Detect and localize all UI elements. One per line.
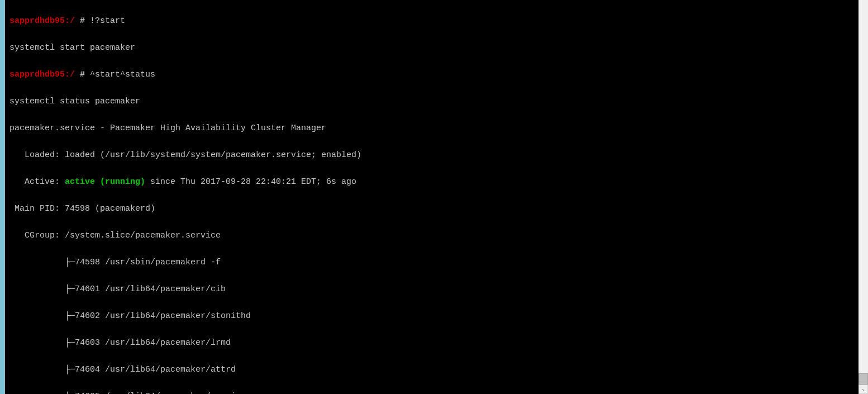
active-line: Active: active (running) since Thu 2017-… xyxy=(9,175,854,189)
proc-line: ├─74602 /usr/lib64/pacemaker/stonithd xyxy=(9,310,854,323)
prompt-line-1: sapprdhdb95:/ # !?start xyxy=(9,15,854,28)
proc-line: ├─74605 /usr/lib64/pacemaker/pengine xyxy=(9,390,854,394)
prompt-line-2: sapprdhdb95:/ # ^start^status xyxy=(9,68,854,82)
command-2: ^start^status xyxy=(90,70,155,79)
cgroup-line: CGroup: /system.slice/pacemaker.service xyxy=(9,229,854,243)
prompt-host: sapprdhdb95 xyxy=(9,16,65,26)
prompt-symbol: # xyxy=(75,16,90,26)
output-1: systemctl start pacemaker xyxy=(9,41,854,55)
proc-line: ├─74598 /usr/sbin/pacemakerd -f xyxy=(9,256,854,269)
proc-line: ├─74603 /usr/lib64/pacemaker/lrmd xyxy=(9,336,854,350)
prompt-host: sapprdhdb95 xyxy=(9,70,65,79)
scrollbar-down-button[interactable]: ⌄ xyxy=(859,384,868,394)
prompt-path: :/ xyxy=(65,70,75,79)
scrollbar-track[interactable] xyxy=(859,0,868,373)
active-prefix: Active: xyxy=(9,177,65,187)
prompt-path: :/ xyxy=(65,16,75,26)
proc-line: ├─74601 /usr/lib64/pacemaker/cib xyxy=(9,283,854,296)
main-pid-line: Main PID: 74598 (pacemakerd) xyxy=(9,202,854,216)
service-line: pacemaker.service - Pacemaker High Avail… xyxy=(9,122,854,135)
prompt-symbol: # xyxy=(75,70,90,79)
terminal-window: sapprdhdb95:/ # !?start systemctl start … xyxy=(5,0,868,394)
loaded-line: Loaded: loaded (/usr/lib/systemd/system/… xyxy=(9,149,854,162)
terminal-content[interactable]: sapprdhdb95:/ # !?start systemctl start … xyxy=(5,0,859,394)
scrollbar-thumb[interactable] xyxy=(859,373,868,384)
proc-line: ├─74604 /usr/lib64/pacemaker/attrd xyxy=(9,363,854,377)
active-status: active (running) xyxy=(65,177,145,187)
scrollbar[interactable]: ⌄ xyxy=(859,0,868,394)
active-suffix: since Thu 2017-09-28 22:40:21 EDT; 6s ag… xyxy=(145,177,356,187)
output-2: systemctl status pacemaker xyxy=(9,95,854,108)
command-1: !?start xyxy=(90,16,125,26)
